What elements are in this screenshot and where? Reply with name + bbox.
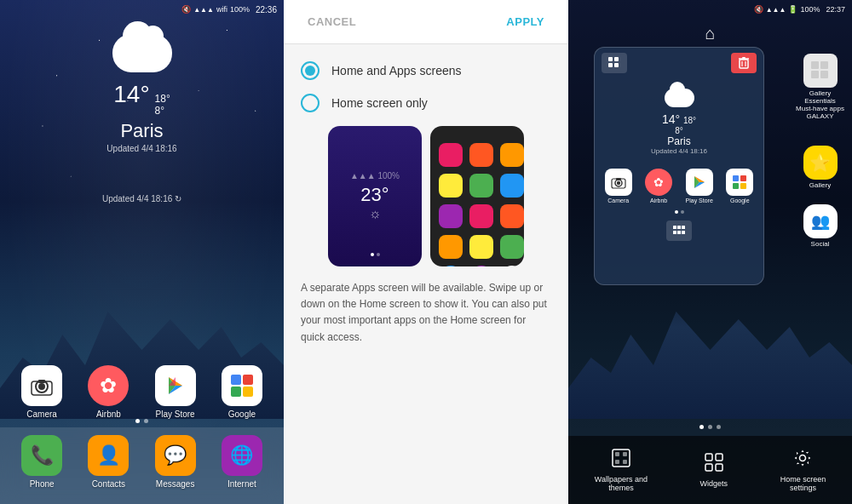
svg-rect-45 [615, 452, 619, 456]
app-dot-14 [469, 266, 493, 266]
thumb-google-label: Google [730, 198, 750, 203]
thumb-dot-row [595, 207, 763, 217]
time-label-1: 22:36 [256, 5, 277, 14]
cloud-icon [112, 34, 172, 72]
toolbar-wallpapers[interactable]: Wallpapers andthemes [595, 449, 648, 492]
home-settings-label: Home screensettings [780, 475, 826, 492]
weather-widget: 14° 18° 8° Paris Updated 4/4 18:16 [0, 34, 284, 153]
google-label: Google [228, 410, 256, 419]
social-icon: 👥 [803, 204, 838, 238]
svg-rect-50 [716, 454, 722, 461]
svg-rect-16 [614, 63, 619, 67]
toolbar-widgets[interactable]: Widgets [700, 453, 728, 488]
p3-dot-2 [708, 425, 712, 429]
preview-dot-1 [371, 253, 374, 256]
sidebar-gallery[interactable]: ⭐ Gallery [793, 146, 847, 189]
thumb-grid-bottom[interactable] [666, 220, 692, 241]
thumb-airbnb-label: Airbnb [650, 198, 667, 203]
status-bar-1: 🔇 ▲▲▲ wifi 100% 22:36 [0, 0, 284, 19]
svg-rect-47 [615, 460, 619, 464]
app-grid: Camera ✿ Airbnb Play Store Google [0, 365, 284, 419]
thumb-apps: Camera ✿ Airbnb Play Store Google [595, 162, 763, 207]
widgets-icon [705, 453, 723, 476]
app-google[interactable]: Google [216, 365, 268, 419]
app-dot-4 [439, 174, 463, 198]
gallery-label: Gallery [809, 181, 831, 189]
camera-label: Camera [26, 410, 57, 419]
sidebar-social[interactable]: 👥 Social [793, 204, 847, 248]
sidebar-gallery-essentials[interactable]: Gallery EssentialsMust-have appsGALAXY [793, 54, 847, 120]
option-home-apps-label: Home and Apps screens [331, 64, 462, 77]
phone-label: Phone [30, 479, 55, 489]
preview-sun-icon: ☼ [369, 206, 382, 221]
app-dot-5 [469, 174, 493, 198]
weather-updated-full: Updated 4/4 18:16 ↻ [102, 194, 181, 203]
svg-rect-15 [608, 63, 613, 67]
thumb-grid-button[interactable] [602, 53, 627, 73]
radio-home-only [301, 94, 320, 112]
mute-icon-3: 🔇 [754, 5, 763, 14]
temp-high: 18° [155, 93, 170, 105]
dock: 📞 Phone 👤 Contacts 💬 Messages 🌐 Internet [0, 427, 284, 504]
svg-rect-37 [673, 231, 676, 234]
app-playstore[interactable]: Play Store [150, 365, 201, 419]
app-dot-6 [500, 174, 524, 198]
thumb-delete-button[interactable] [731, 53, 757, 73]
svg-rect-52 [716, 464, 722, 471]
signal-icon: ▲▲▲ [193, 6, 214, 14]
svg-rect-43 [820, 71, 828, 78]
thumb-camera-icon [605, 169, 632, 196]
svg-rect-42 [811, 71, 819, 78]
messages-label: Messages [156, 479, 195, 489]
messages-icon: 💬 [155, 435, 196, 476]
preview-dot-2 [377, 253, 380, 256]
svg-rect-33 [740, 183, 746, 189]
svg-rect-36 [682, 226, 685, 229]
svg-rect-14 [614, 57, 619, 61]
thumb-app-google: Google [726, 169, 753, 203]
svg-rect-12 [243, 387, 253, 397]
svg-rect-46 [623, 452, 627, 456]
svg-rect-10 [243, 375, 253, 385]
option-home-apps[interactable]: Home and Apps screens [301, 61, 551, 80]
google-icon [222, 365, 262, 406]
svg-point-53 [800, 455, 806, 461]
camera-icon [21, 365, 62, 406]
temp-main: 14° [113, 81, 149, 108]
preview-phone-left: ▲▲▲ 100% 23° ☼ [328, 126, 422, 266]
contacts-icon: 👤 [88, 435, 129, 476]
svg-rect-48 [623, 460, 627, 464]
option-home-only-label: Home screen only [331, 96, 428, 110]
status-bar-3: 🔇 ▲▲▲ 🔋 100% 22:37 [568, 0, 852, 19]
panel-home-screen: 🔇 ▲▲▲ wifi 100% 22:36 14° 18° 8° Paris U… [0, 0, 284, 504]
svg-rect-31 [740, 175, 746, 181]
thumb-card[interactable]: 14° 18° 8° Paris Updated 4/4 18:16 Camer… [594, 47, 764, 285]
description-text: A separate Apps screen will be available… [301, 280, 551, 346]
panel3-page-dots [568, 425, 852, 429]
dock-phone[interactable]: 📞 Phone [16, 435, 67, 489]
preview-dots [328, 253, 422, 256]
app-camera[interactable]: Camera [16, 365, 67, 419]
playstore-icon [155, 365, 196, 406]
thumb-google-icon [726, 169, 753, 196]
thumb-city: Paris [602, 135, 757, 147]
dock-internet[interactable]: 🌐 Internet [216, 435, 268, 489]
apply-button[interactable]: APPLY [499, 12, 551, 32]
thumb-temp: 14° 18° [602, 112, 757, 126]
updated-text: Updated 4/4 18:16 [106, 144, 176, 153]
thumb-app-camera: Camera [605, 169, 632, 203]
option-home-only[interactable]: Home screen only [301, 94, 551, 112]
battery-label-1: 100% [230, 5, 250, 14]
app-airbnb[interactable]: ✿ Airbnb [83, 365, 134, 419]
dialog-body: Home and Apps screens Home screen only ▲… [284, 44, 568, 363]
app-dot-10 [439, 235, 463, 259]
status-icons-1: 🔇 ▲▲▲ wifi 100% 22:36 [181, 5, 277, 14]
dock-messages[interactable]: 💬 Messages [150, 435, 201, 489]
dock-contacts[interactable]: 👤 Contacts [83, 435, 134, 489]
p3-dot-3 [717, 425, 721, 429]
wallpapers-label: Wallpapers andthemes [595, 475, 648, 492]
internet-label: Internet [227, 479, 256, 489]
cancel-button[interactable]: CANCEL [301, 12, 363, 32]
preview-temp: 23° [360, 184, 389, 206]
toolbar-home-settings[interactable]: Home screensettings [780, 449, 826, 492]
